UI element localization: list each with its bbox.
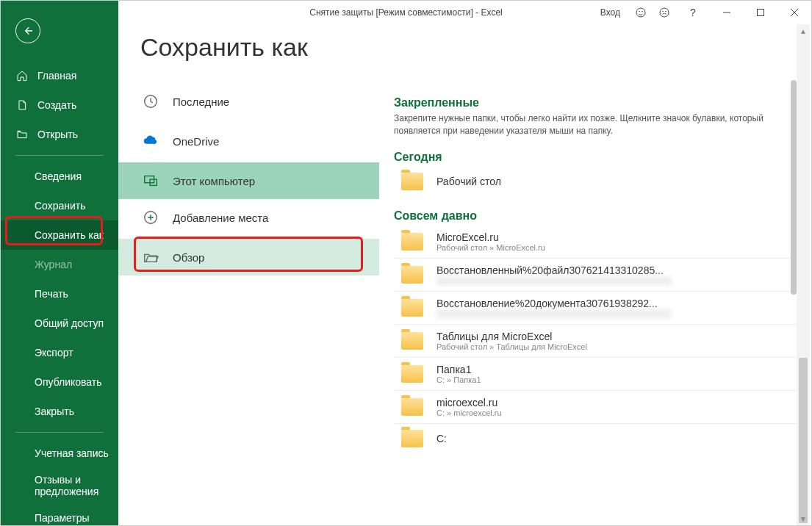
- nav-label: Сохранить: [35, 200, 86, 212]
- nav-history[interactable]: Журнал: [1, 250, 118, 279]
- nav-account[interactable]: Учетная запись: [1, 439, 118, 468]
- nav-new[interactable]: Создать: [1, 90, 118, 120]
- location-thispc[interactable]: Этот компьютер: [118, 162, 379, 199]
- nav-label: Журнал: [35, 259, 72, 270]
- nav-print[interactable]: Печать: [1, 279, 118, 309]
- nav-label: Сохранить как: [35, 229, 104, 241]
- nav-label: Отзывы и предложения: [35, 474, 118, 497]
- folder-name: microexcel.ru: [436, 397, 797, 408]
- separator: [15, 432, 104, 433]
- nav-label: Сведения: [35, 170, 82, 182]
- scroll-down-icon[interactable]: ▼: [797, 512, 810, 525]
- folder-path: Рабочий стол » MicroExcel.ru: [436, 243, 797, 252]
- location-label: Обзор: [173, 251, 204, 264]
- folder-icon: [401, 299, 423, 317]
- nav-label: Печать: [35, 288, 68, 300]
- help-button[interactable]: ?: [676, 1, 710, 24]
- maximize-button[interactable]: [744, 1, 777, 24]
- signin-link[interactable]: Вход: [600, 7, 620, 18]
- computer-icon: [140, 173, 161, 189]
- scrollbar-thumb[interactable]: [799, 358, 808, 523]
- nav-label: Создать: [37, 99, 76, 111]
- panel-scrollbar[interactable]: [791, 80, 797, 509]
- frown-icon[interactable]: [653, 1, 676, 24]
- folder-row[interactable]: C:: [394, 423, 797, 453]
- folder-icon: [401, 332, 423, 350]
- scroll-up-icon[interactable]: ▲: [797, 24, 810, 37]
- location-onedrive[interactable]: OneDrive: [118, 123, 379, 159]
- folder-row[interactable]: MicroExcel.ru Рабочий стол » MicroExcel.…: [394, 226, 797, 258]
- folder-icon: [401, 430, 423, 447]
- folder-name: Папка1: [436, 364, 797, 375]
- folder-icon: [401, 173, 423, 190]
- nav-label: Закрыть: [35, 406, 74, 417]
- folder-row[interactable]: Рабочий стол: [394, 167, 797, 196]
- window-title: Снятие защиты [Режим совместимости] - Ex…: [309, 7, 503, 18]
- location-label: Этот компьютер: [173, 175, 255, 187]
- nav-publish[interactable]: Опубликовать: [1, 367, 118, 397]
- nav-save[interactable]: Сохранить: [1, 191, 118, 220]
- addplace-icon: [140, 209, 161, 226]
- nav-label: Учетная запись: [35, 447, 109, 459]
- nav-open[interactable]: Открыть: [1, 120, 118, 149]
- svg-point-5: [666, 11, 667, 12]
- separator: [15, 155, 104, 156]
- home-icon: [15, 70, 29, 82]
- folder-row[interactable]: Восстановленный%20файл307621413310285...: [394, 258, 797, 291]
- scrollbar-thumb[interactable]: [791, 80, 797, 295]
- folder-row[interactable]: microexcel.ru C: » microexcel.ru: [394, 390, 797, 423]
- onedrive-icon: [140, 133, 161, 149]
- nav-info[interactable]: Сведения: [1, 162, 118, 191]
- location-browse[interactable]: Обзор: [118, 239, 379, 275]
- main-area: Сохранить как Последние OneDrive Этот ко…: [118, 24, 811, 525]
- open-icon: [15, 129, 29, 140]
- folder-row[interactable]: Таблицы для MicroExcel Рабочий стол » Та…: [394, 324, 797, 357]
- folder-row[interactable]: Восстановление%20документа30761938292...: [394, 291, 797, 324]
- nav-share[interactable]: Общий доступ: [1, 309, 118, 338]
- folders-column: Закрепленные Закрепите нужные папки, что…: [379, 83, 811, 525]
- svg-point-4: [663, 11, 664, 12]
- location-label: Добавление места: [173, 212, 268, 224]
- pinned-title: Закрепленные: [394, 96, 797, 109]
- nav-export[interactable]: Экспорт: [1, 338, 118, 367]
- group-today: Сегодня: [394, 151, 797, 164]
- folder-icon: [401, 233, 423, 251]
- window-scrollbar[interactable]: ▲ ▼: [797, 24, 810, 525]
- folder-path: C: » microexcel.ru: [436, 408, 797, 417]
- folder-name: Восстановленный%20файл307621413310285...: [436, 264, 797, 276]
- close-button[interactable]: [777, 1, 811, 24]
- nav-home[interactable]: Главная: [1, 61, 118, 90]
- titlebar-right: Вход ?: [600, 1, 811, 24]
- smiley-icon[interactable]: [629, 1, 653, 24]
- minimize-button[interactable]: [710, 1, 744, 24]
- folder-path: C: » Папка1: [436, 375, 797, 384]
- folder-row[interactable]: Папка1 C: » Папка1: [394, 357, 797, 390]
- folder-name: Таблицы для MicroExcel: [436, 331, 797, 342]
- nav-close[interactable]: Закрыть: [1, 397, 118, 426]
- nav-label: Главная: [37, 70, 76, 82]
- location-label: Последние: [173, 96, 229, 108]
- page-title: Сохранить как: [140, 33, 811, 62]
- folder-icon: [401, 398, 423, 416]
- nav-saveas[interactable]: Сохранить как: [1, 220, 118, 250]
- folder-name: Рабочий стол: [436, 176, 797, 187]
- backstage-sidebar: Главная Создать Открыть Сведения Сохрани…: [1, 1, 118, 525]
- svg-point-3: [660, 8, 669, 17]
- folder-name: Восстановление%20документа30761938292...: [436, 298, 797, 309]
- nav-label: Открыть: [37, 129, 78, 140]
- new-icon: [15, 99, 29, 111]
- nav-feedback[interactable]: Отзывы и предложения: [1, 468, 118, 503]
- nav-label: Общий доступ: [35, 317, 104, 329]
- titlebar: Снятие защиты [Режим совместимости] - Ex…: [1, 1, 811, 24]
- location-recent[interactable]: Последние: [118, 83, 379, 120]
- folder-path: Рабочий стол » Таблицы для MicroExcel: [436, 342, 797, 351]
- pinned-desc: Закрепите нужные папки, чтобы легко найт…: [394, 112, 797, 137]
- folder-icon: [401, 266, 423, 284]
- location-addplace[interactable]: Добавление места: [118, 199, 379, 236]
- svg-point-0: [636, 8, 645, 17]
- nav-options[interactable]: Параметры: [1, 503, 118, 526]
- folder-open-icon: [140, 249, 161, 265]
- locations-column: Последние OneDrive Этот компьютер Добавл…: [118, 83, 379, 525]
- nav-label: Экспорт: [35, 347, 73, 359]
- back-button[interactable]: [15, 18, 40, 43]
